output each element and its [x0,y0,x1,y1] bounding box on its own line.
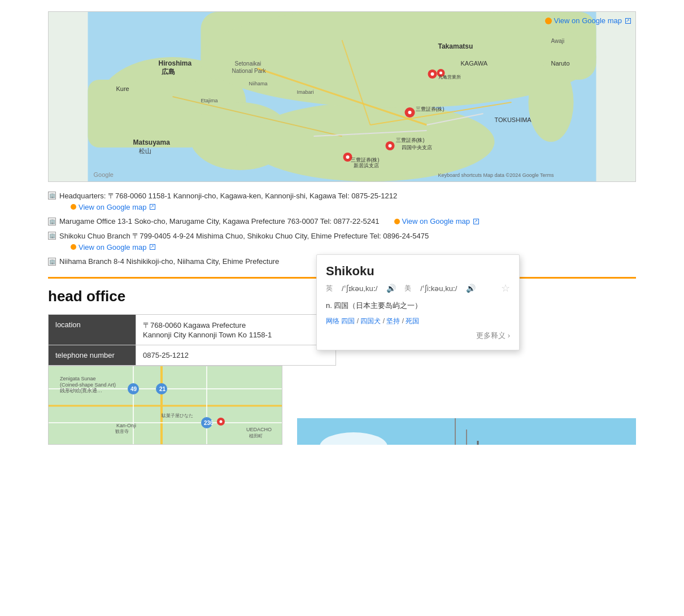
headquarters-map-link-label: View on Google map [79,203,146,211]
orange-dot-icon [545,18,552,24]
svg-text:Hiroshima: Hiroshima [159,59,192,67]
shikoku-chuo-text: Shikoku Chuo Branch 〒799-0405 4-9-24 Mis… [59,231,429,241]
svg-text:三豊証券(株): 三豊証券(株) [351,157,380,163]
svg-text:広島: 広島 [161,68,175,76]
svg-point-69 [220,420,223,423]
svg-text:Kure: Kure [116,85,129,92]
svg-text:UEDACHO: UEDACHO [246,427,272,432]
head-office-small-map[interactable]: 21 236 49 Zenigata Sunae (Coined-shape S… [48,366,282,445]
svg-text:Kan-Onji: Kan-Onji [116,423,136,428]
phonetic-en-label: 英 [326,284,333,293]
phonetic-us-label: 美 [404,284,411,293]
svg-text:駄菓子屋ひなた: 駄菓子屋ひなた [161,413,193,418]
svg-text:三豊証券(株): 三豊証券(株) [396,137,425,143]
telephone-value: 0875-25-1212 [136,345,336,366]
svg-text:Takamatsu: Takamatsu [438,42,473,50]
network-item-3[interactable]: 坚持 [386,317,400,325]
svg-text:Google: Google [94,171,114,178]
office-details-table: location 〒768-0060 Kagawa PrefectureKann… [48,314,336,366]
network-label: 网络 [326,317,339,325]
marugame-map-link[interactable]: View on Google map [394,217,479,225]
headquarters-map-link[interactable]: View on Google map [71,203,155,211]
shikoku-chuo-item: 🏢 Shikoku Chuo Branch 〒799-0405 4-9-24 M… [48,231,636,251]
network-item-2[interactable]: 四国犬 [360,317,381,325]
svg-point-7 [529,63,574,142]
location-label: location [49,315,136,345]
svg-text:Setonaikai: Setonaikai [235,60,262,67]
svg-text:三豊証券(株): 三豊証券(株) [416,106,445,112]
map-link-top-label: View on Google map [554,16,622,25]
network-item-1[interactable]: 四国 [341,317,355,325]
orange-dot-icon-4 [71,244,76,250]
building-icon-3: 🏢 [48,218,56,225]
svg-point-4 [246,102,495,181]
svg-text:Keyboard shortcuts  Map data ©: Keyboard shortcuts Map data ©2024 Google… [438,172,555,178]
svg-point-36 [346,155,350,159]
sound-us-icon[interactable]: 🔊 [466,284,475,293]
building-icon: 🏢 [48,192,56,199]
headquarters-text: Headquarters: 〒768-0060 1158-1 Kannonji-… [59,191,397,201]
svg-text:植田町: 植田町 [249,433,263,439]
phonetic-en-value: /ˈʃɪkəu,kuː/ [342,284,377,293]
external-link-icon-3 [473,219,479,224]
location-value: 〒768-0060 Kagawa PrefectureKannonji City… [136,315,336,345]
svg-text:四国中央支店: 四国中央支店 [402,145,432,150]
building-icon-5: 🏢 [48,258,56,266]
dictionary-popup: Shikoku 英 /ˈʃɪkəu,kuː/ 🔊 美 /ˈʃiːkəu,kuː/… [316,254,520,350]
marugame-text: Marugame Office 13-1 Soko-cho, Marugame … [59,217,380,225]
telephone-label: telephone number [49,345,136,366]
external-link-icon-4 [150,244,155,250]
building-photo: 三豊証 ≡ WIKIMEDIA [297,418,636,445]
external-link-icon [625,18,631,24]
marugame-map-link-label: View on Google map [402,217,470,225]
svg-point-38 [439,72,442,75]
marugame-item: 🏢 Marugame Office 13-1 Soko-cho, Marugam… [48,217,636,225]
svg-text:21: 21 [159,386,166,392]
svg-text:236: 236 [204,420,214,426]
svg-text:Etajima: Etajima [201,98,218,103]
svg-text:TOKUSHIMA: TOKUSHIMA [495,116,532,123]
svg-text:Awaji: Awaji [551,38,565,44]
location-row: location 〒768-0060 Kagawa PrefectureKann… [49,315,336,345]
headquarters-item: 🏢 Headquarters: 〒768-0060 1158-1 Kannonj… [48,191,636,211]
svg-text:丸亀営業所: 丸亀営業所 [438,75,461,80]
head-office-info: location 〒768-0060 Kagawa PrefectureKann… [48,314,336,445]
shikoku-chuo-map-link[interactable]: View on Google map [71,243,155,251]
orange-dot-icon-3 [394,219,400,224]
dict-word: Shikoku [326,264,510,279]
svg-text:新居浜支店: 新居浜支店 [354,163,379,168]
svg-text:Niihama: Niihama [249,81,268,86]
svg-text:KAGAWA: KAGAWA [461,60,488,67]
svg-point-30 [431,72,434,76]
telephone-row: telephone number 0875-25-1212 [49,345,336,366]
dict-network: 网络 四国 / 四国犬 / 坚持 / 死国 [326,316,510,326]
external-link-icon-2 [150,204,155,210]
shikoku-chuo-map-link-label: View on Google map [79,243,146,251]
svg-text:Imabari: Imabari [297,89,314,95]
svg-text:Naruto: Naruto [551,60,570,67]
view-on-google-map-top[interactable]: View on Google map [545,16,631,25]
svg-text:銭形砂絵(寛永通…: 銭形砂絵(寛永通… [60,388,102,393]
more-definitions-link[interactable]: 更多释义 › [326,331,510,341]
svg-text:Matsuyama: Matsuyama [133,138,171,146]
dict-phonetics: 英 /ˈʃɪkəu,kuː/ 🔊 美 /ˈʃiːkəu,kuː/ 🔊 ☆ [326,282,510,294]
svg-text:松山: 松山 [139,148,151,154]
svg-text:National Park: National Park [232,68,267,74]
network-item-4[interactable]: 死国 [406,317,419,325]
svg-text:Zenigata Sunae: Zenigata Sunae [60,376,96,381]
building-icon-4: 🏢 [48,232,56,240]
main-map-container: View on Google map [48,11,636,182]
svg-point-32 [408,111,412,114]
svg-text:(Coined-shape Sand Art): (Coined-shape Sand Art) [60,382,116,388]
location-label-text: location [55,320,81,329]
niihama-text: Niihama Branch 8-4 Nishikikoji-cho, Niih… [59,257,279,266]
phonetic-us-value: /ˈʃiːkəu,kuː/ [420,284,457,293]
map-svg: Hiroshima 広島 Takamatsu KAGAWA TOKUSHIMA … [49,12,635,181]
orange-dot-icon-2 [71,204,76,210]
dict-definition: n. 四国（日本主要岛屿之一） [326,300,510,312]
svg-rect-3 [88,80,201,148]
star-icon[interactable]: ☆ [501,282,510,294]
sound-en-icon[interactable]: 🔊 [386,284,395,293]
telephone-label-text: telephone number [55,351,115,359]
svg-text:観音寺: 観音寺 [115,429,129,434]
